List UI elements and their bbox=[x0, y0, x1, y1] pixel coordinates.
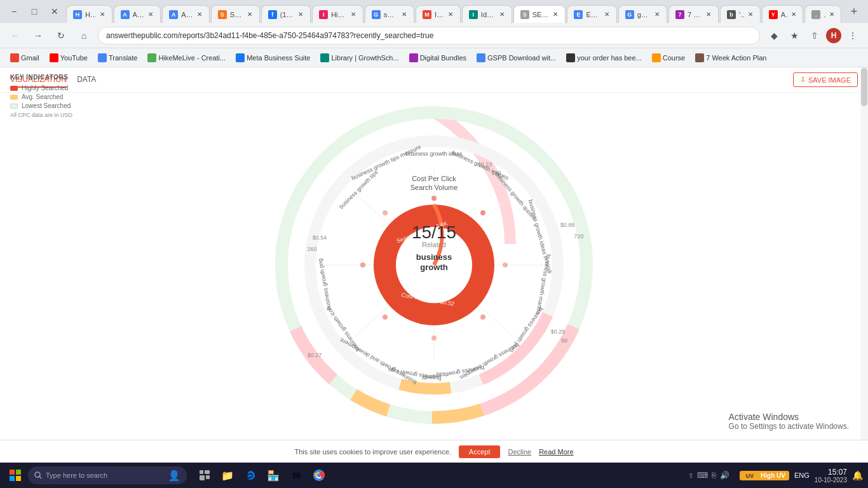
forward-button[interactable]: → bbox=[29, 27, 47, 44]
new-tab-button[interactable]: + bbox=[845, 3, 863, 20]
tab-seo[interactable]: S SEO C... ✕ bbox=[513, 5, 566, 23]
maximize-btn[interactable]: □ bbox=[25, 3, 43, 20]
tab-close-pop[interactable]: ✕ bbox=[705, 10, 712, 20]
tab-close-fb[interactable]: ✕ bbox=[297, 10, 304, 20]
back-button[interactable]: ← bbox=[6, 27, 24, 44]
svg-rect-58 bbox=[10, 470, 15, 475]
bookmark-youtube[interactable]: YouTube bbox=[46, 52, 92, 64]
tab-ideas[interactable]: I IdeaS... ✕ bbox=[462, 5, 512, 23]
tab-close-swiggy[interactable]: ✕ bbox=[247, 10, 253, 20]
tab-favicon-aarti1: A bbox=[121, 10, 130, 19]
profile-icon[interactable]: H bbox=[826, 28, 841, 43]
tab-gmail[interactable]: M Inbox ✕ bbox=[416, 5, 461, 23]
tab-pop[interactable]: 7 7 Pop... ✕ bbox=[668, 5, 719, 23]
tab-close-aarti1[interactable]: ✕ bbox=[148, 10, 154, 20]
scrollbar[interactable] bbox=[860, 67, 868, 463]
store-button[interactable]: 🏪 bbox=[263, 465, 283, 485]
tab-swiggy[interactable]: S Swiggy ✕ bbox=[211, 5, 260, 23]
bookmark-hikemelive---creati...[interactable]: HikeMeLive - Creati... bbox=[144, 52, 229, 64]
bookmark-label: 7 Week Action Plan bbox=[706, 54, 766, 62]
start-button[interactable] bbox=[5, 465, 25, 485]
edge-browser-button[interactable] bbox=[240, 465, 261, 485]
file-explorer-button[interactable]: 📁 bbox=[217, 465, 238, 485]
bookmark-label: YouTube bbox=[60, 54, 88, 62]
tab-insta[interactable]: I HikeM... ✕ bbox=[312, 5, 363, 23]
tab-google1[interactable]: G swigg... ✕ bbox=[365, 5, 414, 23]
clock-time: 15:07 bbox=[815, 468, 847, 477]
task-view-button[interactable] bbox=[194, 465, 215, 485]
clock-date: 10-10-2023 bbox=[815, 477, 847, 484]
svg-text:Search Volume: Search Volume bbox=[410, 184, 458, 191]
tab-close-google2[interactable]: ✕ bbox=[654, 10, 660, 20]
uv-label: High UV bbox=[761, 472, 785, 479]
tab-close-aarti2[interactable]: ✕ bbox=[196, 10, 203, 20]
edge-icon bbox=[245, 470, 256, 481]
tab-close-more[interactable]: ✕ bbox=[829, 10, 834, 20]
home-button[interactable]: ⌂ bbox=[75, 27, 93, 44]
tab-youtube[interactable]: Y Ar... ✕ bbox=[762, 5, 803, 23]
tab-close-edit[interactable]: ✕ bbox=[604, 10, 610, 20]
tab-label-youtube: Ar... bbox=[781, 11, 788, 18]
tab-close-b[interactable]: ✕ bbox=[748, 10, 754, 20]
url-input[interactable]: answerthepublic.com/reports/3b24ad11-f4b… bbox=[98, 27, 760, 44]
minimize-btn[interactable]: − bbox=[5, 3, 23, 20]
search-placeholder: Type here to search bbox=[46, 471, 107, 479]
taskbar-search[interactable]: Type here to search 👤 bbox=[28, 466, 187, 484]
keyboard-icon: ⌨ bbox=[697, 471, 708, 480]
bookmark-gmail[interactable]: Gmail bbox=[6, 52, 43, 64]
svg-point-42 bbox=[360, 262, 365, 268]
share-icon[interactable]: ⇧ bbox=[806, 27, 824, 44]
bookmark-digital-bundles[interactable]: Digital Bundles bbox=[405, 52, 470, 64]
tab-favicon-home: H bbox=[73, 10, 82, 19]
tab-edit[interactable]: E Edit P... ✕ bbox=[567, 5, 616, 23]
bookmark-your-order-has-bee...[interactable]: your order has bee... bbox=[562, 52, 646, 64]
browser-icons: ◆ ★ ⇧ H ⋮ bbox=[765, 27, 862, 44]
tab-fb[interactable]: f (10) F... ✕ bbox=[261, 5, 311, 23]
tab-more[interactable]: . ... ✕ bbox=[804, 5, 841, 23]
tab-close-google1[interactable]: ✕ bbox=[401, 10, 407, 20]
tab-close-youtube[interactable]: ✕ bbox=[790, 10, 796, 20]
svg-text:growth: growth bbox=[420, 262, 447, 272]
read-more-link[interactable]: Read More bbox=[539, 448, 573, 456]
tray-up-arrow[interactable]: ⇧ bbox=[688, 472, 693, 479]
tab-aarti2[interactable]: A AARTI ✕ bbox=[162, 5, 210, 23]
bookmark-gspb-download-wit...[interactable]: GSPB Download wit... bbox=[473, 52, 560, 64]
tab-close-seo[interactable]: ✕ bbox=[553, 10, 559, 20]
accept-button[interactable]: Accept bbox=[459, 445, 501, 458]
tab-favicon-ideas: I bbox=[469, 10, 478, 19]
tab-favicon-youtube: Y bbox=[769, 10, 778, 19]
bookmarks-bar: Gmail YouTube Translate HikeMeLive - Cre… bbox=[0, 48, 868, 67]
tab-close-insta[interactable]: ✕ bbox=[350, 10, 356, 20]
chrome-button[interactable] bbox=[309, 465, 329, 485]
bookmark-translate[interactable]: Translate bbox=[94, 52, 141, 64]
tab-label-gmail: Inbox bbox=[435, 11, 445, 18]
bookmark-course[interactable]: Course bbox=[648, 52, 689, 64]
bookmark-favicon bbox=[147, 53, 156, 62]
star-icon[interactable]: ★ bbox=[785, 27, 803, 44]
bookmark-7-week-action-plan[interactable]: 7 Week Action Plan bbox=[691, 52, 770, 64]
svg-rect-61 bbox=[16, 476, 21, 481]
menu-icon[interactable]: ⋮ bbox=[844, 27, 862, 44]
tab-aarti1[interactable]: A AARTI ✕ bbox=[114, 5, 161, 23]
mail-button[interactable]: ✉ bbox=[286, 465, 306, 485]
close-btn[interactable]: ✕ bbox=[46, 3, 64, 20]
tab-close-gmail[interactable]: ✕ bbox=[448, 10, 454, 20]
tab-close-home[interactable]: ✕ bbox=[99, 10, 105, 20]
tab-label-swiggy: Swiggy bbox=[230, 11, 243, 18]
decline-link[interactable]: Decline bbox=[508, 448, 531, 456]
bookmark-library-|-growthsch...[interactable]: Library | GrowthSch... bbox=[316, 52, 402, 64]
bookmark-meta-business-suite[interactable]: Meta Business Suite bbox=[232, 52, 314, 64]
scrollbar-thumb[interactable] bbox=[861, 68, 867, 106]
tab-close-ideas[interactable]: ✕ bbox=[499, 10, 505, 20]
reload-button[interactable]: ↻ bbox=[52, 27, 70, 44]
tab-home[interactable]: H Home ✕ bbox=[66, 5, 112, 23]
extensions-icon[interactable]: ◆ bbox=[765, 27, 783, 44]
bookmark-favicon bbox=[236, 53, 245, 62]
tab-b[interactable]: b 'b... ✕ bbox=[720, 5, 761, 23]
svg-rect-66 bbox=[200, 475, 205, 480]
notification-icon[interactable]: 🔔 bbox=[852, 470, 863, 480]
tab-google2[interactable]: G googl... ✕ bbox=[618, 5, 667, 23]
bookmark-favicon bbox=[566, 53, 575, 62]
svg-text:15/15: 15/15 bbox=[412, 222, 456, 242]
volume-icon[interactable]: 🔊 bbox=[720, 471, 729, 480]
